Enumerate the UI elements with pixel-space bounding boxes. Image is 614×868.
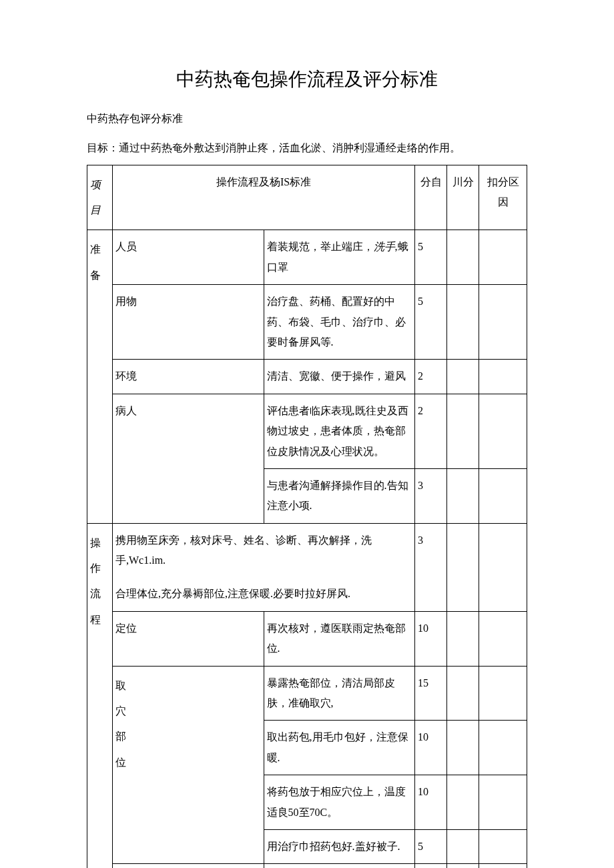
desc-r11: 将药包放于相应穴位上，温度适良50至70C。 bbox=[264, 775, 415, 830]
deduct-r11 bbox=[447, 775, 479, 830]
desc-r12: 用治疗巾招药包好.盖好被子. bbox=[264, 829, 415, 863]
sub-acupoint: 取穴部位 bbox=[113, 666, 264, 864]
desc-r2: 治疗盘、药桶、配置好的中药、布袋、毛巾、治疗巾、必要时备屏风等. bbox=[264, 285, 415, 360]
deduct-r4 bbox=[447, 394, 479, 468]
reason-r8 bbox=[479, 611, 527, 666]
score-r9: 15 bbox=[415, 666, 447, 721]
score-r11: 10 bbox=[415, 775, 447, 830]
deduct-r6 bbox=[447, 523, 479, 577]
sub-environment: 环境 bbox=[113, 360, 264, 394]
reason-r5 bbox=[479, 468, 527, 523]
header-reason: 扣分区因 bbox=[479, 165, 527, 230]
sub-personnel: 人员 bbox=[113, 230, 264, 285]
deduct-r8 bbox=[447, 611, 479, 666]
deduct-r3 bbox=[447, 360, 479, 394]
desc-r5: 与患者沟通解择操作目的.告知注意小项. bbox=[264, 468, 415, 523]
subtitle: 中药热存包评分标准 bbox=[87, 112, 527, 126]
reason-r12 bbox=[479, 829, 527, 863]
deduct-r13 bbox=[447, 864, 479, 868]
reason-r3 bbox=[479, 360, 527, 394]
score-r10: 10 bbox=[415, 721, 447, 775]
score-r7 bbox=[415, 577, 447, 611]
reason-r7 bbox=[479, 577, 527, 611]
desc-r8: 再次核对，遵医联雨定热奄部位. bbox=[264, 611, 415, 666]
score-r6: 3 bbox=[415, 523, 447, 577]
header-process: 操作流程及杨IS标准 bbox=[113, 165, 415, 230]
desc-r1: 着装规范，举止端庄，洗手,蛾口罩 bbox=[264, 230, 415, 285]
deduct-r10 bbox=[447, 721, 479, 775]
scoring-table: 项目 操作流程及杨IS标准 分自 川分 扣分区因 准备 人员 着装规范，举止端庄… bbox=[87, 165, 527, 868]
desc-r3: 清洁、宽徽、便于操作，避风 bbox=[264, 360, 415, 394]
desc-r7: 合理体位,充分暴褥部位,注意保暖.必要时拉好屏风. bbox=[113, 577, 415, 611]
reason-r1 bbox=[479, 230, 527, 285]
desc-r10: 取出药包,用毛巾包好，注意保暖. bbox=[264, 721, 415, 775]
score-r8: 10 bbox=[415, 611, 447, 666]
desc-r9: 暴露热奄部位，清沽局部皮肤，准确取穴, bbox=[264, 666, 415, 721]
sub-location: 定位 bbox=[113, 611, 264, 666]
reason-r13 bbox=[479, 864, 527, 868]
reason-r10 bbox=[479, 721, 527, 775]
deduct-r9 bbox=[447, 666, 479, 721]
deduct-r2 bbox=[447, 285, 479, 360]
header-score: 分自 bbox=[415, 165, 447, 230]
sub-materials: 用物 bbox=[113, 285, 264, 360]
category-prep: 准备 bbox=[87, 230, 113, 523]
reason-r6 bbox=[479, 523, 527, 577]
score-r4: 2 bbox=[415, 394, 447, 468]
score-r3: 2 bbox=[415, 360, 447, 394]
deduct-r1 bbox=[447, 230, 479, 285]
goal-text: 目标：通过中药热奄外敷达到消肿止疼，活血化淤、消肿利湿通经走络的作用。 bbox=[87, 139, 527, 157]
header-deduct: 川分 bbox=[447, 165, 479, 230]
reason-r9 bbox=[479, 666, 527, 721]
score-r2: 5 bbox=[415, 285, 447, 360]
reason-r2 bbox=[479, 285, 527, 360]
score-r1: 5 bbox=[415, 230, 447, 285]
deduct-r5 bbox=[447, 468, 479, 523]
deduct-r12 bbox=[447, 829, 479, 863]
score-r5: 3 bbox=[415, 468, 447, 523]
sub-patient-cont bbox=[113, 468, 264, 523]
sub-observe: 观察 bbox=[113, 864, 264, 868]
desc-r13: 观察热奄部位皮肤情况及患者有无不适. bbox=[264, 864, 415, 868]
sub-patient: 病人 bbox=[113, 394, 264, 468]
deduct-r7 bbox=[447, 577, 479, 611]
score-r12: 5 bbox=[415, 829, 447, 863]
category-process: 操作流程 bbox=[87, 523, 113, 868]
desc-r6: 携用物至床旁，核对床号、姓名、诊断、再次解择，洗手,Wc1.im. bbox=[113, 523, 415, 577]
reason-r11 bbox=[479, 775, 527, 830]
header-category: 项目 bbox=[87, 165, 113, 230]
reason-r4 bbox=[479, 394, 527, 468]
page-title: 中药热奄包操作流程及评分标准 bbox=[87, 67, 527, 92]
score-r13: 5 bbox=[415, 864, 447, 868]
desc-r4: 评估患者临床表现,既往史及西物过坡史，患者体质，热奄部位皮肤情况及心理状况。 bbox=[264, 394, 415, 468]
